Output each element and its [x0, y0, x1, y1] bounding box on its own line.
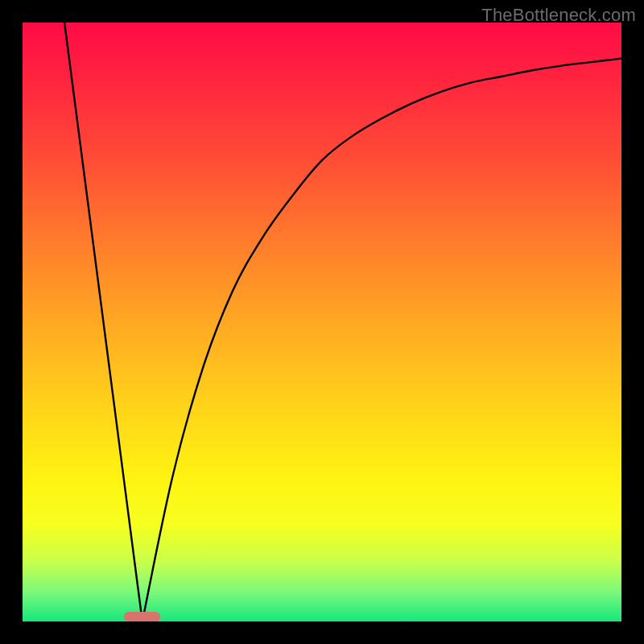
bottleneck-marker	[124, 612, 160, 621]
curve-svg	[23, 23, 621, 621]
curve-left-branch	[64, 23, 142, 621]
curve-right-branch	[142, 59, 621, 621]
plot-area	[23, 23, 621, 621]
chart-frame: TheBottleneck.com	[0, 0, 644, 644]
